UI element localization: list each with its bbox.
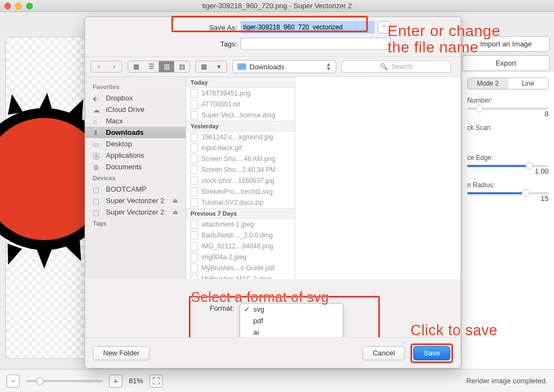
radius-slider[interactable]: [467, 192, 549, 194]
sidebar-item-sv2-1[interactable]: ▢Super Vectorizer 2⏏: [85, 195, 186, 206]
tab-mode2[interactable]: Mode 2: [468, 78, 508, 89]
file-item[interactable]: BaiduNetdi…_2.0.0.dmg: [186, 230, 295, 241]
file-name: 1561142-c…kground.jpg: [201, 133, 273, 141]
radius-value: 15: [467, 194, 549, 203]
file-name: IMG_02112…84848.png: [201, 242, 273, 250]
applications-icon: Ⓐ: [93, 152, 102, 159]
disk-icon: ▢: [93, 197, 102, 205]
dropbox-icon: ⬖: [93, 94, 102, 102]
browser-toolbar: ‹› ▦☰▥▤ ▦▾ Downloads ▲▼ 🔍 Search: [85, 56, 461, 77]
sheet-footer: New Folder Cancel Save: [85, 337, 461, 368]
file-item[interactable]: input-black.gif: [186, 142, 295, 153]
file-item[interactable]: ATT00001.txt: [186, 99, 295, 110]
number-label: Number:: [467, 97, 492, 104]
save-button[interactable]: Save: [413, 346, 450, 360]
arrange-menu[interactable]: ▦▾: [195, 61, 227, 73]
mode-tabs[interactable]: Mode 2 Line: [467, 78, 549, 90]
file-group-header: Today: [186, 77, 295, 88]
file-icon: [190, 220, 198, 229]
file-icon: [190, 155, 198, 163]
export-button[interactable]: Export: [462, 55, 550, 71]
file-item[interactable]: IMG_02112…84848.png: [186, 241, 295, 252]
home-icon: ⌂: [93, 117, 102, 125]
annotation-box-saveas: [171, 16, 368, 32]
file-name: ATT00001.txt: [201, 100, 240, 108]
file-name: MyBrushes…c-Guide.pdf: [201, 264, 275, 272]
file-preview: [295, 77, 461, 279]
save-sheet: Save As: ˄ Tags: ‹› ▦☰▥▤ ▦▾ Downloads ▲▼…: [85, 16, 461, 369]
folder-name: Downloads: [249, 63, 284, 71]
folder-popup[interactable]: Downloads ▲▼: [233, 60, 336, 73]
view-coverflow-icon: ▤: [174, 61, 189, 72]
file-item[interactable]: Screen Sho….46 AM.png: [186, 153, 295, 164]
new-folder-button[interactable]: New Folder: [93, 346, 150, 360]
sidebar-item-icloud[interactable]: ☁iCloud Drive: [85, 104, 186, 115]
file-item[interactable]: Super-Vect…license.dmg: [186, 110, 295, 121]
file-item[interactable]: img004a-2.jpeg: [186, 252, 295, 263]
file-name: attachment-1.jpeg: [201, 221, 254, 228]
file-item[interactable]: 1478739451.png: [186, 88, 295, 99]
desktop-icon: ▭: [93, 140, 102, 148]
file-icon: [190, 89, 198, 98]
disk-icon: ▢: [93, 186, 102, 193]
sidebar-item-dropbox[interactable]: ⬖Dropbox: [85, 92, 186, 104]
file-item[interactable]: 1561142-c…kground.jpg: [186, 132, 295, 142]
file-item[interactable]: attachment-1.jpeg: [186, 219, 295, 230]
file-name: MyBrushes-MAC-2.dmg: [201, 275, 271, 279]
window-titlebar: tiger-309218_960_720.png - Super Vectori…: [0, 0, 554, 12]
status-text: Render image completed.: [466, 377, 547, 385]
format-option[interactable]: pdf: [240, 315, 343, 326]
file-icon: [190, 187, 198, 196]
number-slider[interactable]: [467, 108, 549, 110]
sidebar: Favorites ⬖Dropbox ☁iCloud Drive ⌂Macx ⬇…: [85, 77, 186, 279]
edge-value: 1.00: [467, 167, 549, 175]
zoom-value: 81%: [129, 377, 143, 385]
downloads-icon: ⬇: [93, 129, 102, 136]
file-icon: [190, 198, 198, 207]
file-name: BaiduNetdi…_2.0.0.dmg: [201, 231, 273, 239]
search-field[interactable]: 🔍 Search: [342, 61, 451, 73]
zoom-out-button[interactable]: −: [7, 375, 20, 388]
fit-screen-button[interactable]: ⛶: [150, 375, 163, 388]
sidebar-item-sv2-2[interactable]: ▢Super Vectorizer 2⏏: [85, 206, 186, 218]
view-mode-segment[interactable]: ▦☰▥▤: [128, 61, 190, 73]
format-option[interactable]: svg: [240, 304, 343, 315]
file-name: img004a-2.jpeg: [201, 253, 247, 261]
tab-line[interactable]: Line: [508, 78, 549, 89]
sidebar-item-bootcamp[interactable]: ▢BOOTCAMP: [85, 183, 186, 195]
zoom-in-button[interactable]: +: [109, 375, 122, 388]
file-column[interactable]: Today1478739451.pngATT00001.txtSuper-Vec…: [186, 77, 295, 279]
sidebar-item-desktop[interactable]: ▭Desktop: [85, 138, 186, 150]
file-item[interactable]: StrekenPro…trecht1.svg: [186, 186, 295, 197]
zoom-slider[interactable]: [26, 380, 103, 382]
file-item[interactable]: stock-phot…1660637.jpg: [186, 175, 295, 186]
sidebar-item-macx[interactable]: ⌂Macx: [85, 115, 186, 127]
search-placeholder: Search: [391, 63, 412, 70]
annotation-text-format: Select a format of svg: [191, 289, 329, 305]
sidebar-item-applications[interactable]: ⒶApplications: [85, 150, 186, 161]
sidebar-item-documents[interactable]: 🗎Documents: [85, 161, 186, 173]
file-item[interactable]: Screen Sho…2.40.34 PM: [186, 164, 295, 175]
eject-icon: ⏏: [172, 209, 178, 216]
documents-icon: 🗎: [93, 163, 102, 171]
edge-label: ce Edge:: [467, 154, 493, 162]
file-name: input-black.gif: [201, 144, 242, 152]
tags-input[interactable]: [241, 38, 391, 50]
file-name: Screen Sho…2.40.34 PM: [201, 166, 276, 174]
file-item[interactable]: MyBrushes-MAC-2.dmg: [186, 274, 295, 279]
nav-back-forward[interactable]: ‹›: [91, 61, 122, 73]
sidebar-header-tags: Tags: [85, 218, 186, 229]
format-option[interactable]: ai: [240, 326, 343, 338]
file-item[interactable]: Tutorial-SV2.docx.zip: [186, 197, 295, 208]
view-list-icon: ☰: [144, 61, 159, 72]
cancel-button[interactable]: Cancel: [362, 346, 405, 360]
edge-slider[interactable]: [467, 165, 549, 167]
disk-icon: ▢: [93, 209, 102, 216]
tags-label: Tags:: [205, 40, 237, 48]
sidebar-item-downloads[interactable]: ⬇Downloads: [85, 127, 186, 138]
annotation-box-save: Save: [410, 343, 453, 363]
file-icon: [190, 253, 198, 262]
file-item[interactable]: MyBrushes…c-Guide.pdf: [186, 263, 295, 274]
view-icon-grid-icon: ▦: [128, 61, 144, 72]
window-title: tiger-309218_960_720.png - Super Vectori…: [0, 2, 554, 10]
